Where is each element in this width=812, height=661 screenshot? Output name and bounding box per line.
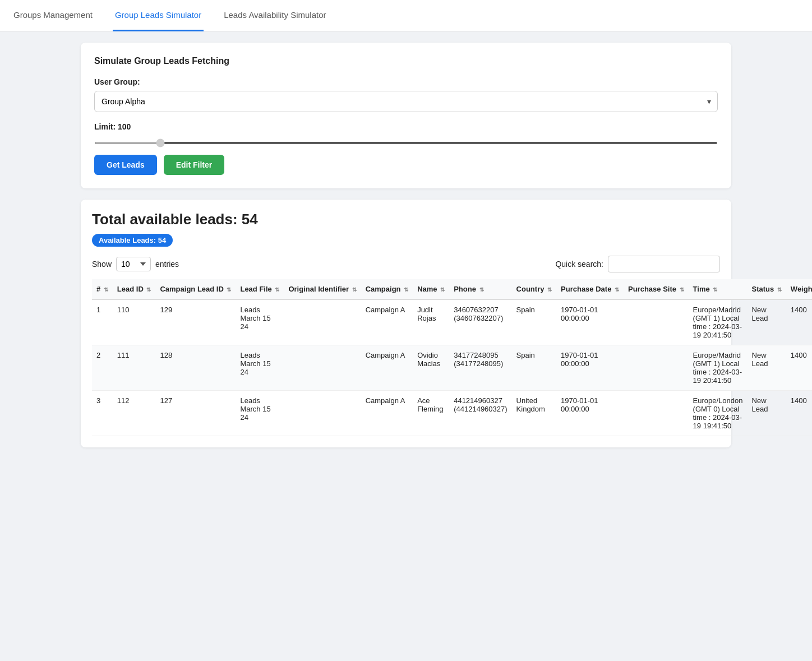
table-cell: 441214960327 (441214960327) bbox=[449, 391, 511, 436]
table-row: 1110129Leads March 15 24Campaign AJudit … bbox=[92, 299, 812, 345]
table-cell: Ace Fleming bbox=[413, 391, 449, 436]
table-cell: 3 bbox=[92, 391, 113, 436]
table-cell: Spain bbox=[512, 299, 556, 345]
col-purchase-site[interactable]: Purchase Site ⇅ bbox=[624, 279, 689, 299]
col-campaign-lead-id[interactable]: Campaign Lead ID ⇅ bbox=[155, 279, 236, 299]
sort-icon-time: ⇅ bbox=[713, 286, 717, 293]
table-cell bbox=[624, 299, 689, 345]
col-campaign[interactable]: Campaign ⇅ bbox=[361, 279, 413, 299]
table-header: # ⇅ Lead ID ⇅ Campaign Lead ID ⇅ Lead Fi… bbox=[92, 279, 812, 299]
table-cell: Campaign A bbox=[361, 299, 413, 345]
table-cell: 2 bbox=[92, 345, 113, 391]
sort-icon-lead-id: ⇅ bbox=[146, 286, 151, 293]
table-cell: Leads March 15 24 bbox=[236, 299, 284, 345]
get-leads-button[interactable]: Get Leads bbox=[94, 155, 157, 175]
table-cell: 110 bbox=[113, 299, 156, 345]
table-cell: Europe/London (GMT 0) Local time : 2024-… bbox=[689, 391, 748, 436]
user-group-label: User Group: bbox=[94, 77, 718, 86]
entries-per-page-select[interactable]: 10 25 50 100 bbox=[116, 257, 151, 271]
tab-group-leads-simulator[interactable]: Group Leads Simulator bbox=[113, 0, 204, 31]
col-weight[interactable]: Weight ⇅ bbox=[786, 279, 812, 299]
table-cell: 1970-01-01 00:00:00 bbox=[556, 299, 624, 345]
main-content: Simulate Group Leads Fetching User Group… bbox=[70, 31, 742, 459]
quick-search-control: Quick search: bbox=[555, 256, 720, 272]
sort-icon-lead-file: ⇅ bbox=[275, 286, 279, 293]
col-lead-file[interactable]: Lead File ⇅ bbox=[236, 279, 284, 299]
sort-icon-original-id: ⇅ bbox=[352, 286, 357, 293]
edit-filter-button[interactable]: Edit Filter bbox=[164, 155, 225, 175]
col-phone[interactable]: Phone ⇅ bbox=[449, 279, 511, 299]
sort-icon-campaign: ⇅ bbox=[404, 286, 408, 293]
simulate-card: Simulate Group Leads Fetching User Group… bbox=[81, 43, 731, 188]
table-cell: 1970-01-01 00:00:00 bbox=[556, 391, 624, 436]
user-group-select[interactable]: Group Alpha Group Beta Group Gamma bbox=[94, 91, 718, 112]
leads-table: # ⇅ Lead ID ⇅ Campaign Lead ID ⇅ Lead Fi… bbox=[92, 279, 812, 436]
table-cell: Leads March 15 24 bbox=[236, 391, 284, 436]
col-original-identifier[interactable]: Original Identifier ⇅ bbox=[284, 279, 361, 299]
table-cell bbox=[284, 299, 361, 345]
sort-icon-purchase-site: ⇅ bbox=[680, 286, 684, 293]
limit-slider[interactable] bbox=[94, 142, 718, 144]
action-buttons: Get Leads Edit Filter bbox=[94, 155, 718, 175]
table-cell bbox=[624, 391, 689, 436]
limit-label: Limit: 100 bbox=[94, 122, 718, 131]
sort-icon-status: ⇅ bbox=[777, 286, 782, 293]
available-leads-badge: Available Leads: 54 bbox=[92, 234, 173, 247]
table-cell: Campaign A bbox=[361, 345, 413, 391]
card-title: Simulate Group Leads Fetching bbox=[94, 56, 718, 66]
table-cell: United Kingdom bbox=[512, 391, 556, 436]
table-cell: Ovidio Macias bbox=[413, 345, 449, 391]
table-cell: Spain bbox=[512, 345, 556, 391]
table-cell: 34607632207 (34607632207) bbox=[449, 299, 511, 345]
sort-icon-country: ⇅ bbox=[547, 286, 552, 293]
top-navigation: Groups Management Group Leads Simulator … bbox=[0, 0, 812, 31]
user-group-select-wrapper: Group Alpha Group Beta Group Gamma ▾ bbox=[94, 91, 718, 112]
sort-icon-num: ⇅ bbox=[104, 286, 108, 293]
table-row: 3112127Leads March 15 24Campaign AAce Fl… bbox=[92, 391, 812, 436]
quick-search-input[interactable] bbox=[608, 256, 720, 272]
table-cell: Europe/Madrid (GMT 1) Local time : 2024-… bbox=[689, 345, 748, 391]
table-cell bbox=[284, 391, 361, 436]
table-cell bbox=[284, 345, 361, 391]
leads-section: Total available leads: 54 Available Lead… bbox=[81, 200, 731, 447]
table-cell: 127 bbox=[155, 391, 236, 436]
table-cell: 129 bbox=[155, 299, 236, 345]
col-time[interactable]: Time ⇅ bbox=[689, 279, 748, 299]
table-cell: 1 bbox=[92, 299, 113, 345]
table-cell: 34177248095 (34177248095) bbox=[449, 345, 511, 391]
table-cell: Campaign A bbox=[361, 391, 413, 436]
table-cell: 111 bbox=[113, 345, 156, 391]
tab-leads-availability-simulator[interactable]: Leads Availability Simulator bbox=[222, 0, 328, 31]
table-controls: Show 10 25 50 100 entries Quick search: bbox=[92, 256, 720, 272]
col-num[interactable]: # ⇅ bbox=[92, 279, 113, 299]
table-cell: Europe/Madrid (GMT 1) Local time : 2024-… bbox=[689, 299, 748, 345]
col-country[interactable]: Country ⇅ bbox=[512, 279, 556, 299]
limit-slider-container bbox=[94, 137, 718, 146]
sort-icon-purchase-date: ⇅ bbox=[615, 286, 619, 293]
sort-icon-name: ⇅ bbox=[440, 286, 445, 293]
quick-search-label: Quick search: bbox=[555, 260, 603, 269]
table-body: 1110129Leads March 15 24Campaign AJudit … bbox=[92, 299, 812, 436]
table-cell: 128 bbox=[155, 345, 236, 391]
table-cell: 1400 bbox=[786, 391, 812, 436]
table-row: 2111128Leads March 15 24Campaign AOvidio… bbox=[92, 345, 812, 391]
table-cell: New Lead bbox=[748, 391, 786, 436]
table-cell: 112 bbox=[113, 391, 156, 436]
col-status[interactable]: Status ⇅ bbox=[748, 279, 786, 299]
table-cell: Judit Rojas bbox=[413, 299, 449, 345]
table-cell: 1970-01-01 00:00:00 bbox=[556, 345, 624, 391]
table-cell: 1400 bbox=[786, 345, 812, 391]
total-leads-title: Total available leads: 54 bbox=[92, 211, 720, 228]
col-name[interactable]: Name ⇅ bbox=[413, 279, 449, 299]
tab-groups-management[interactable]: Groups Management bbox=[11, 0, 95, 31]
table-cell: New Lead bbox=[748, 345, 786, 391]
sort-icon-phone: ⇅ bbox=[479, 286, 484, 293]
entries-label: entries bbox=[155, 260, 179, 269]
table-cell bbox=[624, 345, 689, 391]
show-entries-control: Show 10 25 50 100 entries bbox=[92, 257, 179, 271]
table-cell: 1400 bbox=[786, 299, 812, 345]
col-lead-id[interactable]: Lead ID ⇅ bbox=[113, 279, 156, 299]
sort-icon-campaign-lead-id: ⇅ bbox=[227, 286, 231, 293]
table-cell: New Lead bbox=[748, 299, 786, 345]
col-purchase-date[interactable]: Purchase Date ⇅ bbox=[556, 279, 624, 299]
